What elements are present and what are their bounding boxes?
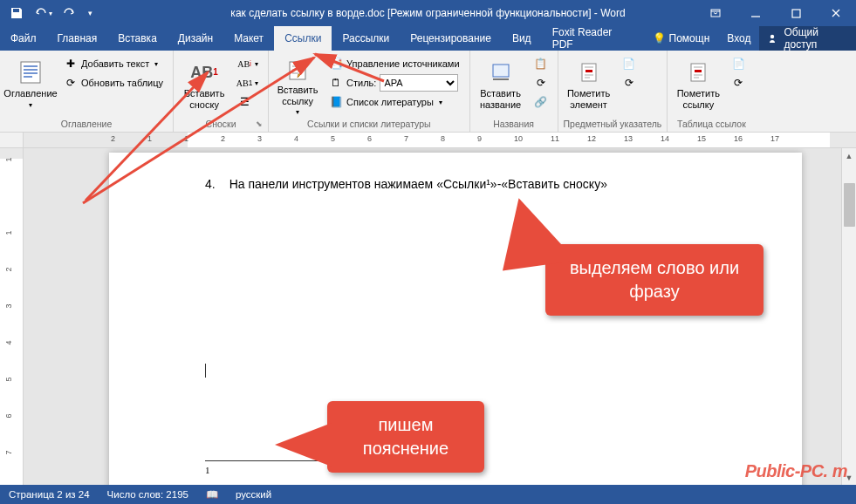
tab-design[interactable]: Дизайн: [168, 26, 223, 51]
quick-access-toolbar: ▾ ▾: [0, 1, 101, 25]
insert-index-icon: 📄: [622, 57, 636, 71]
bibliography-icon: 📘: [329, 95, 343, 109]
vertical-scrollbar[interactable]: ▲ ▼: [841, 148, 856, 485]
refresh-icon: ⟳: [64, 76, 78, 90]
insert-endnote-button[interactable]: ABi▾: [233, 54, 263, 73]
show-notes-button[interactable]: ☰: [233, 92, 263, 112]
next-footnote-button[interactable]: AB1▾: [233, 73, 263, 92]
lightbulb-icon: 💡: [653, 32, 666, 44]
svg-point-2: [770, 35, 774, 38]
status-bar: Страница 2 из 24 Число слов: 2195 📖 русс…: [0, 485, 856, 504]
cross-ref-icon: 🔗: [534, 95, 548, 109]
toc-icon: [17, 58, 45, 86]
insert-toa-button[interactable]: 📄: [727, 54, 750, 73]
update-index-icon: ⟳: [622, 76, 636, 90]
group-index: Пометить элемент 📄 ⟳ Предметный указател…: [558, 51, 668, 132]
insert-toa-icon: 📄: [731, 57, 745, 71]
proofing-icon[interactable]: 📖: [206, 488, 218, 501]
tab-insert[interactable]: Вставка: [107, 26, 168, 51]
tab-references[interactable]: Ссылки: [274, 26, 332, 51]
callout-write-note: пишем пояснение: [327, 401, 484, 473]
tab-review[interactable]: Рецензирование: [400, 26, 502, 51]
footnotes-launcher-icon[interactable]: ⬊: [254, 119, 264, 130]
undo-icon[interactable]: ▾: [31, 1, 54, 25]
insert-index-button[interactable]: 📄: [618, 54, 640, 73]
vertical-ruler[interactable]: 1123456789: [0, 148, 24, 485]
tof-icon: 📋: [534, 57, 548, 71]
title-bar: ▾ ▾ как сделать ссылку в ворде.doc [Режи…: [0, 0, 856, 26]
tab-mailings[interactable]: Рассылки: [332, 26, 400, 51]
citation-icon: [284, 58, 312, 83]
group-label-toa: Таблица ссылок: [673, 117, 750, 132]
update-toa-button[interactable]: ⟳: [727, 73, 750, 92]
show-notes-icon: ☰: [237, 95, 251, 109]
share-icon: [768, 32, 780, 44]
svg-rect-3: [21, 62, 40, 83]
manage-sources-icon: 📑: [329, 57, 343, 71]
page-indicator[interactable]: Страница 2 из 24: [9, 489, 90, 500]
tab-foxit[interactable]: Foxit Reader PDF: [542, 26, 644, 51]
tab-file[interactable]: Файл: [0, 26, 47, 51]
qat-customize-icon[interactable]: ▾: [84, 1, 96, 25]
svg-rect-1: [792, 10, 800, 17]
ribbon-options-icon[interactable]: [695, 0, 736, 26]
sign-in-button[interactable]: Вход: [718, 26, 759, 51]
window-controls: [695, 0, 856, 26]
group-label-citations: Ссылки и списки литературы: [274, 117, 463, 132]
window-title: как сделать ссылку в ворде.doc [Режим ог…: [230, 7, 625, 19]
mark-citation-icon: [684, 58, 712, 86]
mark-entry-button[interactable]: Пометить элемент: [564, 54, 614, 115]
insert-caption-button[interactable]: Вставить название: [476, 54, 526, 115]
add-text-icon: ✚: [64, 57, 78, 71]
citation-style-combo[interactable]: 🗒 Стиль: APA: [325, 73, 463, 92]
word-count[interactable]: Число слов: 2195: [107, 489, 188, 500]
close-icon[interactable]: [816, 0, 856, 26]
tab-view[interactable]: Вид: [502, 26, 542, 51]
footnote-icon: AB1: [190, 58, 218, 86]
callout-select-word: выделяем слово или фразу: [545, 244, 764, 316]
save-icon[interactable]: [5, 1, 28, 25]
minimize-icon[interactable]: [736, 0, 776, 26]
svg-rect-9: [695, 70, 702, 72]
next-footnote-icon: AB1: [237, 76, 251, 90]
group-toc: Оглавление▾ ✚Добавить текст▾ ⟳Обновить т…: [0, 51, 174, 132]
tell-me-button[interactable]: 💡Помощн: [644, 26, 719, 51]
tab-home[interactable]: Главная: [47, 26, 108, 51]
svg-rect-7: [586, 70, 592, 72]
mark-entry-icon: [575, 58, 603, 86]
update-table-button[interactable]: ⟳Обновить таблицу: [59, 73, 168, 92]
style-icon: 🗒: [329, 76, 343, 90]
group-label-captions: Названия: [476, 117, 552, 132]
update-tof-icon: ⟳: [534, 76, 548, 90]
mark-citation-button[interactable]: Пометить ссылку: [673, 54, 723, 115]
group-footnotes: AB1 Вставить сноску ABi▾ AB1▾ ☰ Сноски⬊: [174, 51, 269, 132]
watermark: Public-PC. m: [745, 461, 847, 481]
add-text-button[interactable]: ✚Добавить текст▾: [59, 54, 168, 73]
style-select[interactable]: APA: [380, 74, 458, 92]
redo-icon[interactable]: [58, 1, 80, 25]
ribbon: Оглавление▾ ✚Добавить текст▾ ⟳Обновить т…: [0, 51, 856, 133]
share-button[interactable]: Общий доступ: [759, 26, 856, 51]
insert-tof-button[interactable]: 📋: [530, 54, 552, 73]
cross-ref-button[interactable]: 🔗: [530, 92, 552, 112]
insert-footnote-button[interactable]: AB1 Вставить сноску: [179, 54, 229, 115]
svg-rect-5: [493, 65, 509, 77]
scroll-thumb[interactable]: [844, 183, 855, 227]
group-label-footnotes: Сноски⬊: [179, 117, 263, 132]
group-label-index: Предметный указатель: [564, 117, 662, 132]
scroll-up-icon[interactable]: ▲: [842, 148, 856, 163]
manage-sources-button[interactable]: 📑Управление источниками: [325, 54, 463, 73]
update-index-button[interactable]: ⟳: [618, 73, 640, 92]
insert-citation-button[interactable]: Вставить ссылку▾: [274, 54, 321, 115]
maximize-icon[interactable]: [776, 0, 816, 26]
text-cursor: [205, 364, 206, 378]
update-tof-button[interactable]: ⟳: [530, 73, 552, 92]
bibliography-button[interactable]: 📘Список литературы▾: [325, 92, 463, 112]
toc-button[interactable]: Оглавление▾: [5, 54, 56, 115]
tab-layout[interactable]: Макет: [223, 26, 274, 51]
language-indicator[interactable]: русский: [236, 489, 271, 500]
paragraph-text: На панели инструментов нажимаем «Ссылки¹…: [229, 177, 607, 191]
group-label-toc: Оглавление: [5, 117, 168, 132]
group-captions: Вставить название 📋 ⟳ 🔗 Названия: [470, 51, 558, 132]
horizontal-ruler[interactable]: 211234567891011121314151617: [0, 133, 856, 148]
